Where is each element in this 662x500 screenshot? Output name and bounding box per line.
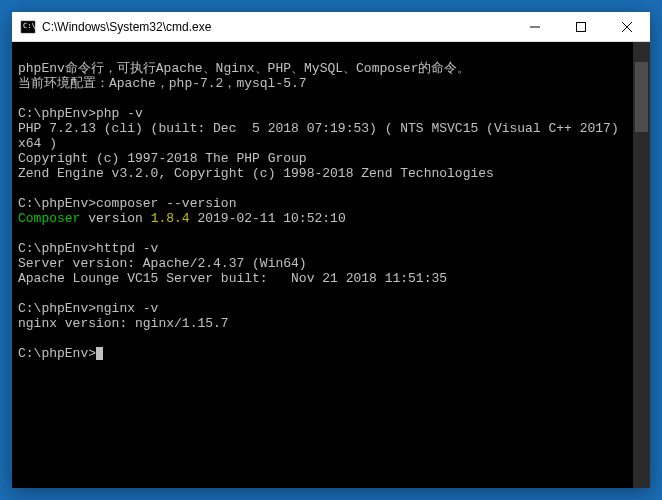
terminal-line: Composer version 1.8.4 2019-02-11 10:52:… bbox=[18, 211, 627, 226]
terminal-line: C:\phpEnv>php -v bbox=[18, 106, 627, 121]
scrollbar[interactable] bbox=[633, 42, 650, 488]
svg-rect-3 bbox=[577, 22, 586, 31]
terminal-line: Copyright (c) 1997-2018 The PHP Group bbox=[18, 151, 627, 166]
terminal-line: phpEnv命令行，可执行Apache、Nginx、PHP、MySQL、Comp… bbox=[18, 61, 627, 76]
terminal-line: Zend Engine v3.2.0, Copyright (c) 1998-2… bbox=[18, 166, 627, 181]
window-title: C:\Windows\System32\cmd.exe bbox=[42, 20, 512, 34]
cmd-icon: C:\ bbox=[20, 19, 36, 35]
terminal-line bbox=[18, 286, 627, 301]
window-controls bbox=[512, 12, 650, 41]
minimize-button[interactable] bbox=[512, 12, 558, 41]
terminal-body: phpEnv命令行，可执行Apache、Nginx、PHP、MySQL、Comp… bbox=[12, 42, 650, 488]
terminal-line bbox=[18, 331, 627, 346]
svg-text:C:\: C:\ bbox=[23, 22, 36, 30]
terminal-line bbox=[18, 181, 627, 196]
command-text: composer --version bbox=[96, 196, 236, 211]
titlebar[interactable]: C:\ C:\Windows\System32\cmd.exe bbox=[12, 12, 650, 42]
terminal-line: Apache Lounge VC15 Server built: Nov 21 … bbox=[18, 271, 627, 286]
prompt: C:\phpEnv> bbox=[18, 196, 96, 211]
terminal-line bbox=[18, 46, 627, 61]
scrollbar-thumb[interactable] bbox=[635, 62, 648, 132]
command-text: php -v bbox=[96, 106, 143, 121]
cursor bbox=[96, 347, 103, 360]
close-button[interactable] bbox=[604, 12, 650, 41]
terminal-line: nginx version: nginx/1.15.7 bbox=[18, 316, 627, 331]
terminal-line bbox=[18, 226, 627, 241]
composer-label: Composer bbox=[18, 211, 80, 226]
output-text: 2019-02-11 10:52:10 bbox=[190, 211, 346, 226]
terminal-line: C:\phpEnv>httpd -v bbox=[18, 241, 627, 256]
output-text: version bbox=[80, 211, 150, 226]
terminal-line: C:\phpEnv>composer --version bbox=[18, 196, 627, 211]
terminal-line: PHP 7.2.13 (cli) (built: Dec 5 2018 07:1… bbox=[18, 121, 627, 151]
prompt: C:\phpEnv> bbox=[18, 106, 96, 121]
terminal-output[interactable]: phpEnv命令行，可执行Apache、Nginx、PHP、MySQL、Comp… bbox=[12, 42, 633, 488]
terminal-line: 当前环境配置：Apache，php-7.2，mysql-5.7 bbox=[18, 76, 627, 91]
prompt: C:\phpEnv> bbox=[18, 241, 96, 256]
command-text: nginx -v bbox=[96, 301, 158, 316]
cmd-window: C:\ C:\Windows\System32\cmd.exe phpEnv命令… bbox=[12, 12, 650, 488]
terminal-line bbox=[18, 91, 627, 106]
maximize-button[interactable] bbox=[558, 12, 604, 41]
composer-version: 1.8.4 bbox=[151, 211, 190, 226]
command-text: httpd -v bbox=[96, 241, 158, 256]
terminal-line: Server version: Apache/2.4.37 (Win64) bbox=[18, 256, 627, 271]
prompt: C:\phpEnv> bbox=[18, 301, 96, 316]
terminal-line: C:\phpEnv> bbox=[18, 346, 627, 361]
terminal-line: C:\phpEnv>nginx -v bbox=[18, 301, 627, 316]
prompt: C:\phpEnv> bbox=[18, 346, 96, 361]
